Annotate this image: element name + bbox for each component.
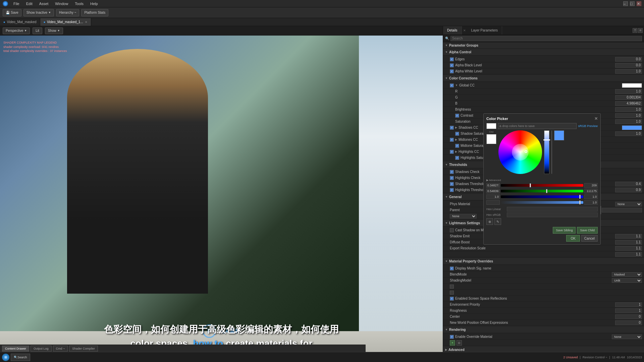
blendmode-dropdown[interactable]: Masked: [612, 272, 642, 277]
cp-eyedropper-icon[interactable]: ⊕: [486, 218, 493, 225]
cp-b-right-value[interactable]: [584, 194, 598, 199]
cast-shadow-checkbox[interactable]: [450, 228, 454, 232]
shadow-sat-value[interactable]: [615, 131, 642, 136]
highlights-thresh-value[interactable]: [615, 188, 642, 192]
shadow-sat-checkbox[interactable]: [455, 132, 459, 136]
cp-b-slider[interactable]: [501, 195, 583, 198]
shading-model-dropdown[interactable]: Unlit: [612, 278, 642, 283]
minimize-btn[interactable]: –: [623, 1, 628, 6]
shadows-check-checkbox[interactable]: [450, 170, 454, 174]
cp-r-right-value[interactable]: [584, 183, 598, 188]
edges-checkbox[interactable]: [450, 57, 454, 61]
highlights-sat-checkbox[interactable]: [455, 156, 459, 160]
close-btn[interactable]: ✕: [637, 1, 641, 6]
show-inactive-button[interactable]: Show Inactive ▼: [23, 9, 54, 16]
shadows-cc-expand-icon[interactable]: ▶: [455, 126, 457, 129]
display-mesh-checkbox[interactable]: [450, 266, 454, 270]
section-color-corrections[interactable]: ▼ Color Corrections: [443, 75, 644, 82]
color-picker-close-icon[interactable]: ✕: [594, 116, 598, 121]
g-value[interactable]: [615, 95, 642, 100]
contrast-checkbox[interactable]: [455, 114, 459, 118]
bottom-tab-output-log[interactable]: Output Log: [31, 346, 52, 352]
saturation-value[interactable]: [615, 119, 642, 124]
color-strip[interactable]: [544, 130, 549, 174]
start-btn[interactable]: ⊞: [2, 354, 9, 361]
menu-help[interactable]: Help: [89, 1, 99, 6]
section-alpha-control[interactable]: ▼ Alpha Control: [443, 49, 644, 56]
add-rendering-btn[interactable]: +: [450, 340, 455, 346]
parent-value[interactable]: [602, 208, 642, 213]
none-dropdown[interactable]: None: [450, 214, 477, 219]
global-cc-color-swatch[interactable]: [622, 83, 642, 88]
cp-a-slider[interactable]: [501, 201, 583, 204]
shadows-thresh-value[interactable]: [615, 182, 642, 186]
cp-srgb-btn[interactable]: sRGB Preview: [578, 124, 598, 128]
color-wheel[interactable]: [498, 130, 542, 174]
remove-rendering-btn[interactable]: ⊙: [457, 340, 462, 346]
alpha-black-value[interactable]: [615, 63, 642, 68]
perspective-button[interactable]: Perspective ▼: [3, 27, 30, 34]
edges-value[interactable]: [615, 57, 642, 62]
cp-save-sibling-btn[interactable]: Save Sibling: [553, 227, 576, 234]
shadows-cc-color-swatch[interactable]: [622, 125, 642, 130]
cp-advanced-toggle[interactable]: ▶ Advanced: [486, 179, 501, 182]
menu-asset[interactable]: Asset: [38, 1, 50, 6]
cp-a-right-value[interactable]: [584, 200, 598, 205]
shadows-thresh-checkbox[interactable]: [450, 182, 454, 186]
contrast-value[interactable]: [615, 113, 642, 118]
cp-ok-btn[interactable]: OK: [566, 235, 580, 242]
hierarchy-button[interactable]: Hierarchy ~: [56, 9, 79, 16]
lightmass-none-value[interactable]: [615, 252, 642, 257]
menu-file[interactable]: File: [12, 1, 21, 6]
panel-close-details[interactable]: ✕: [462, 26, 467, 35]
cp-g-left-value[interactable]: [486, 189, 500, 193]
bottom-tab-shader-compiler[interactable]: Shader Compiler: [69, 346, 98, 352]
search-input[interactable]: [450, 36, 642, 41]
highlights-cc-expand-icon[interactable]: ▶: [455, 150, 457, 153]
cp-a-left-value[interactable]: [486, 200, 500, 205]
tab-video-mat-1[interactable]: ● Video_Mat_masked_1... ✕: [40, 18, 91, 26]
panel-tab-layer[interactable]: Layer Parameters: [467, 26, 502, 35]
override-2-checkbox[interactable]: [450, 291, 454, 295]
cp-save-child-btn[interactable]: Save Child: [577, 227, 598, 234]
export-resolution-value[interactable]: [615, 246, 642, 251]
section-material-overrides[interactable]: ▼ Material Property Overrides: [443, 258, 644, 265]
alpha-white-value[interactable]: [615, 69, 642, 74]
phys-material-dropdown[interactable]: None: [615, 202, 642, 206]
cp-hex-srgb-input[interactable]: 85CC0CFFF: [507, 213, 598, 217]
highlights-cc-checkbox[interactable]: [450, 150, 454, 154]
b-value[interactable]: [615, 101, 642, 106]
shadow-emit-value[interactable]: [615, 234, 642, 239]
global-cc-checkbox[interactable]: [450, 83, 454, 87]
menu-window[interactable]: Window: [54, 1, 69, 6]
override-1-checkbox[interactable]: [450, 285, 454, 289]
enable-override-checkbox[interactable]: [450, 335, 454, 339]
panel-tab-details[interactable]: Details: [443, 26, 462, 35]
ssr-checkbox[interactable]: [450, 297, 454, 301]
shadows-cc-checkbox[interactable]: [450, 126, 454, 130]
taskbar-search-btn[interactable]: 🔍 Search: [11, 354, 30, 361]
cp-cancel-btn[interactable]: Cancel: [581, 235, 598, 242]
restore-btn[interactable]: □: [630, 1, 635, 6]
cp-drop-area[interactable]: & drop colors here to save: [498, 123, 577, 129]
section-rendering[interactable]: ▼ Rendering: [443, 326, 644, 333]
show-button[interactable]: Show ▼: [45, 27, 63, 34]
cp-g-right-value[interactable]: [584, 189, 598, 193]
panel-grid-icon[interactable]: ⊞: [638, 28, 643, 33]
platform-stats-button[interactable]: Platform Stats: [81, 9, 108, 16]
alpha-white-checkbox[interactable]: [450, 69, 454, 73]
diffuse-boost-value[interactable]: [615, 240, 642, 245]
cp-r-left-value[interactable]: [486, 183, 500, 188]
tab-video-mat[interactable]: ● Video_Mat_masked: [0, 18, 40, 26]
env-priority-value[interactable]: [615, 302, 642, 307]
cp-hex-linear-input[interactable]: 854FFFF: [507, 207, 598, 212]
lit-button[interactable]: Lit: [33, 27, 42, 34]
cp-r-slider[interactable]: [501, 184, 583, 187]
menu-tools[interactable]: Tools: [73, 1, 85, 6]
world-pos-value[interactable]: [615, 320, 642, 325]
override-material-dropdown[interactable]: None: [612, 335, 642, 339]
highlights-thresh-checkbox[interactable]: [450, 188, 454, 192]
viewport[interactable]: Perspective ▼ Lit Show ▼ SHADER COMPLEXI…: [0, 26, 443, 362]
midtone-sat-checkbox[interactable]: [455, 144, 459, 148]
bottom-tab-content-drawer[interactable]: Content Drawer: [2, 346, 29, 352]
